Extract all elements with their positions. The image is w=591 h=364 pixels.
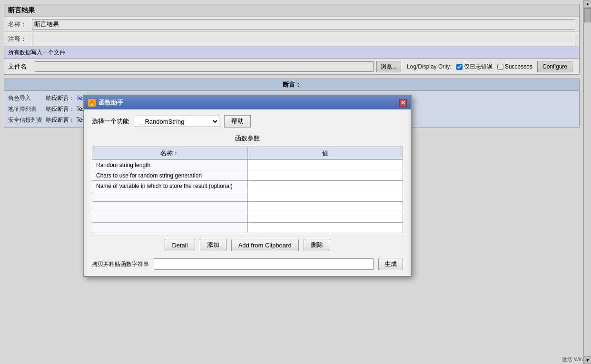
param-name-3: Name of variable in which to store the r… — [92, 181, 248, 191]
dialog-body: 选择一个功能 __RandomString 帮助 函数参数 名称： 值 — [84, 109, 411, 276]
empty-name-cell — [92, 191, 248, 202]
add-from-clipboard-button[interactable]: Add from Clipboard — [231, 239, 299, 251]
table-row-empty — [92, 202, 403, 212]
generate-button[interactable]: 生成 — [378, 258, 403, 270]
param-value-input-3[interactable] — [252, 183, 399, 189]
table-row: Chars to use for random string generatio… — [92, 170, 403, 181]
generate-label: 拷贝并粘贴函数字符串 — [92, 260, 149, 268]
help-button[interactable]: 帮助 — [224, 115, 251, 128]
empty-value-cell — [247, 202, 403, 212]
dialog-title-bar: 🔥 函数助手 ✕ — [84, 96, 411, 109]
param-value-input-1[interactable] — [252, 162, 399, 168]
dialog-icon: 🔥 — [88, 99, 96, 107]
table-row-empty — [92, 223, 403, 233]
empty-value-cell — [247, 191, 403, 202]
table-row-empty — [92, 212, 403, 223]
empty-name-cell — [92, 223, 248, 233]
empty-value-cell — [247, 212, 403, 223]
params-table: 名称： 值 Random string length Chars to use … — [92, 147, 403, 233]
function-select-wrapper: __RandomString — [134, 116, 219, 127]
table-row-empty — [92, 191, 403, 202]
dialog-buttons-row: Detail 添加 Add from Clipboard 删除 — [92, 239, 403, 251]
param-value-1[interactable] — [247, 160, 403, 170]
param-name-2: Chars to use for random string generatio… — [92, 170, 248, 181]
params-section-title: 函数参数 — [92, 134, 403, 143]
function-helper-dialog: 🔥 函数助手 ✕ 选择一个功能 __RandomString 帮助 函数参数 — [83, 95, 412, 277]
generate-row: 拷贝并粘贴函数字符串 生成 — [92, 258, 403, 270]
function-selection-row: 选择一个功能 __RandomString 帮助 — [92, 115, 403, 128]
param-value-input-2[interactable] — [252, 172, 399, 179]
empty-name-cell — [92, 212, 248, 223]
param-value-3[interactable] — [247, 181, 403, 191]
table-row: Random string length — [92, 160, 403, 170]
empty-value-cell — [247, 223, 403, 233]
add-button[interactable]: 添加 — [200, 239, 227, 251]
function-select[interactable]: __RandomString — [134, 116, 219, 127]
main-container: 断言结果 名称： 注释： 所有数据写入一个文件 文件名 浏览... Log/Di… — [0, 0, 591, 364]
empty-name-cell — [92, 202, 248, 212]
delete-button[interactable]: 删除 — [304, 239, 330, 251]
dialog-title-text: 函数助手 — [98, 98, 123, 107]
name-column-header: 名称： — [92, 147, 248, 160]
select-function-label: 选择一个功能 — [92, 117, 129, 126]
param-value-2[interactable] — [247, 170, 403, 181]
table-row: Name of variable in which to store the r… — [92, 181, 403, 191]
dialog-close-button[interactable]: ✕ — [399, 99, 407, 107]
value-column-header: 值 — [247, 147, 403, 160]
param-name-1: Random string length — [92, 160, 248, 170]
dialog-title-content: 🔥 函数助手 — [88, 98, 123, 107]
generate-input[interactable] — [154, 258, 374, 270]
detail-button[interactable]: Detail — [165, 239, 195, 251]
